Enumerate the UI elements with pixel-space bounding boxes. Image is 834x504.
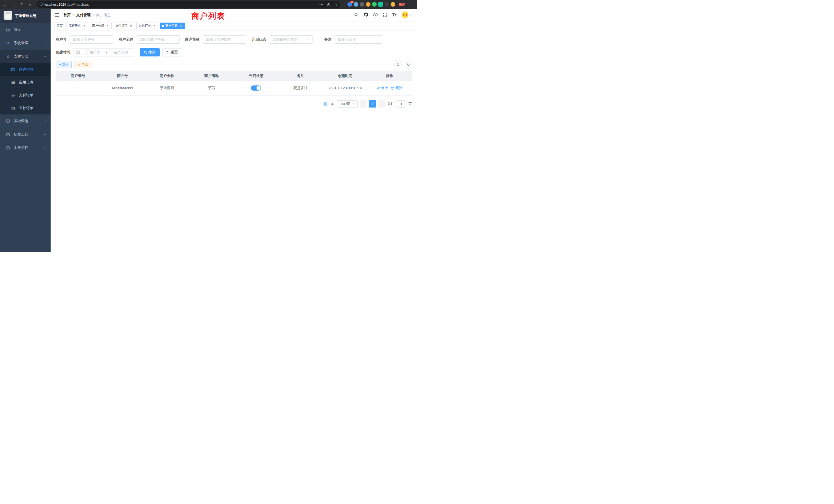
remark-input[interactable] — [334, 36, 382, 44]
github-icon[interactable] — [364, 12, 368, 18]
close-icon[interactable]: × — [179, 24, 183, 28]
search-icon[interactable] — [354, 13, 358, 18]
merchant-no-input[interactable] — [70, 36, 113, 44]
close-icon[interactable]: × — [153, 24, 156, 28]
sidebar-item-payment[interactable]: ¥ 支付管理 — [0, 50, 50, 63]
search-button[interactable]: 搜索 — [140, 48, 160, 56]
goto-label: 前往 — [388, 101, 394, 106]
page-unit-label: 页 — [409, 101, 412, 106]
pagination-total-selected: 共 — [324, 102, 327, 106]
extension-icon-1[interactable]: 10 — [347, 2, 352, 7]
page-size-select[interactable]: 10条/页 — [336, 100, 358, 108]
page-content: 商户号 商户全称 商户简称 开启状态 — [50, 30, 417, 252]
extension-icon-6[interactable] — [378, 2, 383, 7]
extension-icon-8[interactable] — [391, 2, 395, 7]
tab-pay-orders[interactable]: 支付订单 × — [113, 23, 135, 29]
tab-merchant-info[interactable]: 商户信息 × — [160, 23, 185, 29]
field-merchant-name: 商户全称 — [118, 36, 180, 44]
back-icon[interactable]: ← — [2, 1, 9, 8]
gear-icon: ⚙ — [5, 41, 11, 45]
browser-menu-icon[interactable]: ⋮ — [409, 2, 415, 7]
field-merchant-no: 商户号 — [56, 36, 113, 44]
sidebar-item-merchant-info[interactable]: 商户信息 — [0, 63, 50, 76]
calendar-icon — [76, 50, 80, 55]
password-key-icon[interactable] — [319, 3, 323, 6]
table-row: 1 M233666999 芋道源码 芋艿 我是备注 2021-10-23 08:… — [56, 81, 412, 96]
active-dot — [162, 25, 164, 27]
chrome-update-button[interactable]: 更新 — [397, 1, 408, 7]
address-bar[interactable]: ⓘ localhost:1024 /pay/merchant ☆ — [37, 1, 341, 8]
font-size-icon[interactable]: TT — [392, 13, 396, 18]
document-icon: ▤ — [10, 106, 16, 110]
forward-icon[interactable]: → — [10, 1, 17, 8]
home-icon[interactable]: ⌂ — [27, 1, 34, 8]
next-page-button[interactable]: › — [378, 100, 386, 108]
edit-button-label: 修改 — [381, 86, 388, 90]
refresh-icon: ↻ — [167, 50, 170, 54]
sidebar-item-label: 应用信息 — [19, 80, 46, 85]
sidebar-item-pay-orders[interactable]: ◎ 支付订单 — [0, 89, 50, 101]
add-button[interactable]: + 新增 — [56, 61, 72, 68]
search-form-row-1: 商户号 商户全称 商户简称 开启状态 — [56, 36, 412, 44]
field-label: 商户号 — [56, 37, 66, 42]
page-1-button[interactable]: 1 — [369, 100, 376, 108]
tab-label: 首页 — [57, 24, 63, 28]
tab-home[interactable]: 首页 — [54, 23, 65, 29]
extension-icon-7[interactable] — [385, 2, 389, 7]
logo[interactable]: 芋道管理系统 — [0, 9, 50, 23]
chevron-down-icon — [44, 146, 46, 148]
refresh-table-button[interactable]: ↻ — [405, 61, 412, 68]
close-icon[interactable]: × — [83, 24, 86, 28]
tab-process-form[interactable]: 流程表单 × — [66, 23, 88, 29]
status-select[interactable] — [269, 36, 313, 44]
close-icon[interactable]: × — [106, 24, 109, 28]
breadcrumb-home[interactable]: 首页 — [63, 13, 71, 18]
merchant-shortname-input[interactable] — [203, 36, 246, 44]
sidebar-item-dev-tools[interactable]: 研发工具 — [0, 128, 50, 141]
date-range-picker[interactable]: 开始日期 - 结束日期 — [73, 48, 134, 56]
sidebar-item-app-info[interactable]: ▦ 应用信息 — [0, 76, 50, 89]
cell-create-time: 2021-10-23 08:31:14 — [323, 86, 367, 90]
extension-icon-5[interactable] — [372, 2, 377, 7]
sidebar-item-infrastructure[interactable]: 基础设施 — [0, 114, 50, 128]
sidebar-item-workflow[interactable]: 工作流程 — [0, 141, 50, 155]
hamburger-icon[interactable] — [50, 13, 63, 17]
sidebar-item-label: 支付订单 — [19, 93, 46, 97]
reset-button[interactable]: ↻ 重置 — [162, 48, 182, 56]
toolbox-icon — [5, 132, 11, 137]
site-info-icon[interactable]: ⓘ — [40, 2, 43, 7]
sidebar-item-refund-orders[interactable]: ▤ 退款订单 — [0, 101, 50, 114]
sidebar-item-label: 支付管理 — [14, 54, 44, 59]
toggle-search-button[interactable] — [394, 61, 401, 68]
export-button-label: 导出 — [82, 63, 88, 67]
breadcrumb-payment[interactable]: 支付管理 — [76, 13, 91, 18]
tags-view: 首页 流程表单 × 用户分组 × 支付订单 × 退款订单 × 商户信息 × — [50, 22, 417, 30]
field-merchant-shortname: 商户简称 — [185, 36, 246, 44]
prev-page-button[interactable]: ‹ — [360, 100, 367, 108]
bookmark-star-icon[interactable]: ☆ — [334, 2, 337, 6]
help-icon[interactable]: ? — [373, 13, 378, 18]
merchant-name-input[interactable] — [136, 36, 180, 44]
chevron-down-icon — [353, 102, 356, 105]
tab-user-group[interactable]: 用户分组 × — [90, 23, 112, 29]
column-header: 商户简称 — [189, 74, 234, 78]
export-button[interactable]: 导出 — [74, 61, 91, 68]
tab-refund-orders[interactable]: 退款订单 × — [136, 23, 158, 29]
close-icon[interactable]: × — [129, 24, 133, 28]
user-menu[interactable] — [401, 11, 412, 19]
reload-icon[interactable]: ↻ — [19, 1, 25, 8]
reset-button-label: 重置 — [171, 50, 178, 55]
extension-icon-4[interactable] — [366, 2, 371, 7]
caret-down-icon — [410, 15, 412, 16]
app-title: 芋道管理系统 — [15, 14, 37, 18]
goto-page-input[interactable] — [396, 100, 407, 108]
sidebar-item-home[interactable]: 首页 — [0, 23, 50, 37]
extension-icon-2[interactable] — [354, 2, 358, 7]
fullscreen-icon[interactable] — [383, 13, 387, 18]
edit-button[interactable]: 修改 — [377, 86, 388, 90]
delete-button[interactable]: 删除 — [391, 86, 402, 90]
sidebar-item-system[interactable]: ⚙ 系统管理 — [0, 37, 50, 50]
extension-icon-3[interactable] — [360, 2, 364, 7]
status-toggle[interactable] — [251, 86, 261, 91]
share-icon[interactable] — [327, 3, 330, 6]
